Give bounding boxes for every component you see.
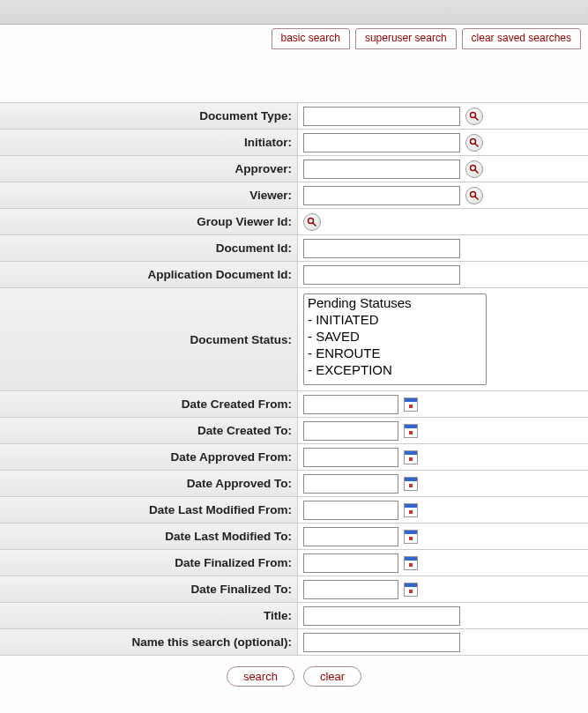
svg-line-7: [475, 196, 479, 199]
date-last-modified-to-input[interactable]: [303, 527, 398, 546]
svg-point-0: [471, 112, 476, 117]
row-approver: Approver:: [0, 156, 588, 182]
row-date-last-modified-from: Date Last Modified From:: [0, 497, 588, 524]
title-input[interactable]: [303, 606, 460, 626]
row-title: Title:: [0, 603, 588, 629]
row-document-id: Document Id:: [0, 235, 588, 262]
name-this-search-input[interactable]: [303, 633, 460, 652]
date-approved-from-input[interactable]: [303, 448, 398, 467]
svg-line-5: [475, 169, 479, 173]
row-name-this-search: Name this search (optional):: [0, 629, 588, 656]
tab-row: basic search superuser search clear save…: [0, 25, 588, 49]
svg-line-1: [475, 116, 479, 120]
tab-basic-search[interactable]: basic search: [272, 28, 350, 49]
row-date-last-modified-to: Date Last Modified To:: [0, 524, 588, 550]
calendar-icon[interactable]: [404, 583, 418, 597]
lookup-icon[interactable]: [465, 108, 483, 125]
button-row: search clear: [0, 656, 588, 697]
tab-clear-saved-searches[interactable]: clear saved searches: [462, 28, 581, 49]
svg-line-9: [313, 222, 316, 226]
row-date-approved-from: Date Approved From:: [0, 444, 588, 471]
calendar-icon[interactable]: [404, 530, 418, 544]
label-date-approved-to: Date Approved To:: [0, 471, 298, 496]
approver-input[interactable]: [303, 160, 460, 179]
row-group-viewer-id: Group Viewer Id:: [0, 209, 588, 235]
calendar-icon[interactable]: [404, 424, 418, 438]
label-date-created-to: Date Created To:: [0, 418, 298, 443]
row-date-finalized-from: Date Finalized From:: [0, 550, 588, 576]
row-application-document-id: Application Document Id:: [0, 262, 588, 288]
date-approved-to-input[interactable]: [303, 474, 398, 494]
document-status-select[interactable]: Pending Statuses- INITIATED- SAVED- ENRO…: [303, 293, 487, 385]
row-date-finalized-to: Date Finalized To:: [0, 576, 588, 603]
label-name-this-search: Name this search (optional):: [0, 629, 298, 655]
initiator-input[interactable]: [303, 133, 460, 152]
calendar-icon[interactable]: [404, 556, 418, 570]
row-viewer: Viewer:: [0, 182, 588, 209]
label-approver: Approver:: [0, 156, 298, 182]
lookup-icon[interactable]: [465, 160, 483, 178]
label-document-status: Document Status:: [0, 288, 298, 390]
label-date-approved-from: Date Approved From:: [0, 444, 298, 470]
label-date-finalized-from: Date Finalized From:: [0, 550, 298, 576]
svg-point-4: [471, 165, 476, 170]
label-date-last-modified-from: Date Last Modified From:: [0, 497, 298, 523]
row-date-created-from: Date Created From:: [0, 391, 588, 418]
viewer-input[interactable]: [303, 186, 460, 205]
date-created-to-input[interactable]: [303, 421, 398, 441]
document-id-input[interactable]: [303, 239, 460, 258]
clear-button[interactable]: clear: [303, 666, 361, 687]
svg-point-2: [471, 138, 476, 144]
row-document-type: Document Type:: [0, 103, 588, 130]
calendar-icon[interactable]: [404, 503, 418, 517]
svg-point-8: [309, 218, 314, 223]
search-button[interactable]: search: [227, 666, 294, 687]
date-finalized-to-input[interactable]: [303, 580, 398, 599]
row-date-created-to: Date Created To:: [0, 418, 588, 444]
label-title: Title:: [0, 603, 298, 628]
date-finalized-from-input[interactable]: [303, 553, 398, 573]
application-document-id-input[interactable]: [303, 265, 460, 285]
lookup-icon[interactable]: [465, 187, 483, 204]
document-type-input[interactable]: [303, 107, 460, 126]
label-date-last-modified-to: Date Last Modified To:: [0, 524, 298, 549]
label-initiator: Initiator:: [0, 130, 298, 155]
calendar-icon[interactable]: [404, 450, 418, 464]
lookup-icon[interactable]: [303, 213, 321, 231]
label-date-finalized-to: Date Finalized To:: [0, 576, 298, 602]
top-gradient-bar: [0, 0, 588, 25]
search-form: Document Type: Initiator: Approver: View…: [0, 102, 588, 656]
calendar-icon[interactable]: [404, 397, 418, 412]
row-date-approved-to: Date Approved To:: [0, 471, 588, 497]
row-initiator: Initiator:: [0, 130, 588, 156]
label-date-created-from: Date Created From:: [0, 391, 298, 417]
date-created-from-input[interactable]: [303, 395, 398, 414]
tab-superuser-search[interactable]: superuser search: [355, 28, 457, 49]
svg-line-3: [475, 143, 479, 146]
row-document-status: Document Status: Pending Statuses- INITI…: [0, 288, 588, 391]
label-document-type: Document Type:: [0, 103, 298, 129]
label-viewer: Viewer:: [0, 182, 298, 208]
date-last-modified-from-input[interactable]: [303, 501, 398, 520]
label-application-document-id: Application Document Id:: [0, 262, 298, 287]
label-group-viewer-id: Group Viewer Id:: [0, 209, 298, 234]
label-document-id: Document Id:: [0, 235, 298, 261]
lookup-icon[interactable]: [465, 134, 483, 152]
svg-point-6: [471, 191, 476, 197]
calendar-icon[interactable]: [404, 477, 418, 491]
